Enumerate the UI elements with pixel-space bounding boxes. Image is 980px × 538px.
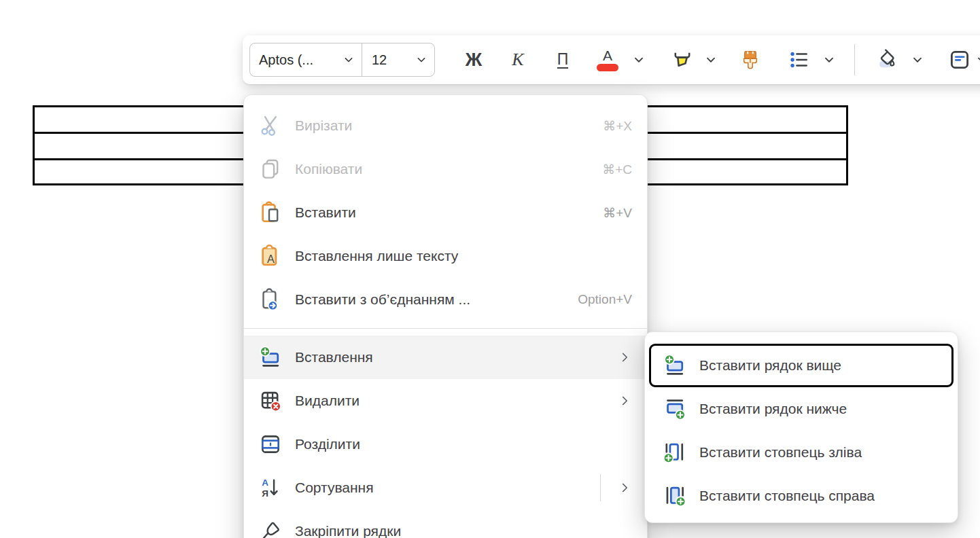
- svg-text:A: A: [267, 253, 275, 265]
- chevron-right-icon[interactable]: [617, 480, 632, 495]
- menu-item-label: Вставити: [295, 204, 356, 221]
- svg-text:Я: Я: [262, 488, 268, 499]
- menu-separator: [244, 328, 647, 329]
- highlight-dropdown-chevron[interactable]: [703, 46, 719, 73]
- menu-item-label: Вставити рядок вище: [699, 357, 841, 374]
- toolbar-divider: [854, 44, 855, 75]
- shading-button[interactable]: [872, 46, 902, 73]
- menu-item-paste[interactable]: Вставити⌘+V: [244, 191, 647, 234]
- borders-button[interactable]: [945, 46, 975, 73]
- paste-merge-icon: [259, 288, 282, 311]
- menu-item-label: Розділити: [295, 436, 360, 452]
- font-name-dropdown[interactable]: Aptos (...: [250, 43, 362, 76]
- context-menu: Вирізати⌘+XКопіювати⌘+CВставити⌘+VAВстав…: [243, 94, 648, 538]
- format-painter-button[interactable]: [735, 46, 765, 73]
- menu-item-label: Вставлення лише тексту: [295, 248, 458, 264]
- copy-icon: [259, 158, 282, 181]
- menu-item-cut: Вирізати⌘+X: [244, 104, 647, 147]
- menu-item-shortcut: ⌘+X: [603, 118, 632, 134]
- text-highlight-button[interactable]: [667, 46, 697, 73]
- font-color-dropdown-chevron[interactable]: [631, 46, 647, 73]
- scissors-icon: [259, 114, 282, 137]
- menu-item-shortcut: Option+V: [578, 292, 632, 307]
- font-name-value: Aptos (...: [259, 52, 313, 68]
- menu-item-label: Сортування: [295, 480, 374, 496]
- font-color-swatch: [597, 64, 618, 71]
- shading-dropdown-chevron[interactable]: [909, 46, 926, 73]
- insert-row-below-icon: [663, 397, 686, 420]
- menu-item-label: Вставити стовпець справа: [699, 488, 875, 504]
- menu-item-label: Закріпити рядки: [295, 523, 401, 538]
- borders-dropdown-chevron[interactable]: [974, 46, 980, 73]
- font-size-dropdown[interactable]: 12: [362, 43, 434, 76]
- menu-item-sort[interactable]: АЯСортування: [244, 466, 647, 509]
- split-button-divider: [600, 474, 601, 501]
- chevron-right-icon[interactable]: [617, 393, 632, 408]
- menu-item-shortcut: ⌘+C: [602, 162, 632, 177]
- chevron-right-icon[interactable]: [617, 350, 632, 365]
- menu-item-label: Вставити стовпець зліва: [699, 444, 862, 461]
- svg-text:А: А: [262, 478, 268, 488]
- borders-icon: [948, 48, 971, 71]
- bullet-list-icon: [788, 48, 811, 71]
- shading-bucket-icon: [875, 48, 898, 71]
- insert-row-above-icon: [663, 354, 686, 377]
- insert-row-above-icon: [259, 346, 282, 369]
- text-highlight-icon: [671, 48, 694, 71]
- menu-item-paste-merge[interactable]: Вставити з об’єднанням ...Option+V: [244, 278, 647, 321]
- menu-item-shortcut: ⌘+V: [603, 205, 632, 221]
- font-color-button[interactable]: A: [593, 46, 623, 73]
- word-canvas: Aptos (... 12 Ж К П A: [0, 0, 980, 538]
- insert-column-left-icon: [663, 441, 686, 464]
- insert-column-right-icon: [663, 484, 686, 507]
- paste-icon: [259, 201, 282, 224]
- menu-item-label: Вставити з об’єднанням ...: [295, 291, 470, 308]
- menu-item-label: Вставити рядок нижче: [699, 401, 847, 417]
- menu-item-label: Вирізати: [295, 118, 352, 134]
- format-painter-icon: [739, 48, 762, 71]
- menu-item-label: Копіювати: [295, 161, 362, 177]
- chevron-down-icon: [415, 53, 428, 67]
- italic-button[interactable]: К: [503, 46, 533, 73]
- floating-format-toolbar: Aptos (... 12 Ж К П A: [243, 35, 980, 84]
- paste-text-only-icon: A: [259, 245, 282, 268]
- delete-table-icon: [259, 389, 282, 412]
- pin-icon: [259, 520, 282, 538]
- insert-submenu: Вставити рядок вищеВставити рядок нижчеВ…: [644, 331, 958, 523]
- menu-item-insert[interactable]: Вставлення: [244, 336, 647, 379]
- sort-icon: АЯ: [259, 476, 282, 499]
- menu-item-insert-column-left[interactable]: Вставити стовпець зліва: [645, 431, 958, 474]
- menu-item-freeze-rows[interactable]: Закріпити рядки: [244, 509, 647, 538]
- font-size-value: 12: [372, 52, 387, 68]
- underline-button[interactable]: П: [548, 46, 578, 73]
- menu-item-copy: Копіювати⌘+C: [244, 147, 647, 191]
- menu-item-label: Видалити: [295, 393, 360, 409]
- chevron-down-icon: [342, 53, 355, 67]
- bold-button[interactable]: Ж: [459, 46, 489, 73]
- font-controls-group: Aptos (... 12: [249, 43, 435, 77]
- list-dropdown-chevron[interactable]: [821, 46, 837, 73]
- menu-item-paste-text-only[interactable]: AВставлення лише тексту: [244, 234, 647, 278]
- menu-item-split[interactable]: Розділити: [244, 423, 647, 466]
- menu-item-label: Вставлення: [295, 349, 373, 365]
- menu-item-insert-row-above[interactable]: Вставити рядок вище: [649, 344, 953, 387]
- bullet-list-button[interactable]: [784, 46, 814, 73]
- menu-item-insert-row-below[interactable]: Вставити рядок нижче: [645, 387, 958, 431]
- split-cells-icon: [259, 433, 282, 456]
- menu-item-insert-column-right[interactable]: Вставити стовпець справа: [645, 474, 958, 518]
- menu-item-delete[interactable]: Видалити: [244, 379, 647, 423]
